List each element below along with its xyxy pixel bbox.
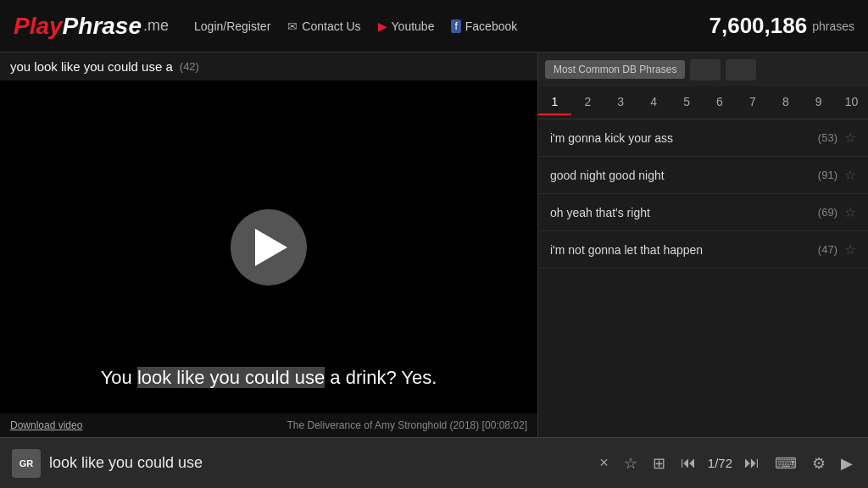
nav: Login/Register ✉ Contact Us ▶ Youtube f … — [194, 19, 709, 33]
phrase-count-badge: (47) — [818, 243, 837, 256]
nav-youtube[interactable]: ▶ Youtube — [378, 19, 435, 33]
play-button[interactable] — [231, 209, 307, 286]
phrase-number: 7,600,186 — [709, 13, 808, 39]
phrase-text: good night good night — [550, 169, 811, 182]
phrase-item[interactable]: good night good night (91) ☆ — [538, 157, 868, 194]
logo-me: .me — [143, 17, 169, 35]
nav-facebook[interactable]: f Facebook — [451, 19, 517, 33]
subtitle-text: You look like you could use a drink? Yes… — [87, 360, 451, 396]
result-counter: 1/72 — [708, 456, 732, 470]
keyboard-button[interactable]: ⌨ — [771, 451, 800, 476]
phrase-text: i'm not gonna let that happen — [550, 243, 811, 257]
phrase-list: i'm gonna kick your ass (53) ☆ good nigh… — [538, 119, 868, 437]
phrase-item[interactable]: i'm not gonna let that happen (47) ☆ — [538, 231, 868, 269]
grid-view-button[interactable]: ⊞ — [649, 451, 669, 476]
clear-search-button[interactable]: × — [596, 451, 612, 475]
logo: PlayPhrase.me — [14, 13, 169, 40]
page-2[interactable]: 2 — [571, 90, 604, 115]
sidebar-extra-button-1[interactable] — [690, 59, 721, 80]
bottom-search-bar: GR × ☆ ⊞ ⏮ 1/72 ⏭ ⌨ ⚙ ▶ — [0, 437, 868, 488]
page-9[interactable]: 9 — [802, 90, 835, 115]
phrase-count-badge: (91) — [818, 169, 837, 181]
main-content: you look like you could use a (42) You l… — [0, 53, 868, 437]
phrase-count-badge: (69) — [818, 206, 837, 219]
subtitle-part-3: a drink? Yes. — [325, 367, 437, 388]
phrase-text: i'm gonna kick your ass — [550, 131, 811, 145]
phrase-count-badge: (53) — [818, 131, 837, 144]
phrase-item[interactable]: oh yeah that's right (69) ☆ — [538, 194, 868, 231]
search-bar-top: you look like you could use a (42) — [0, 53, 537, 80]
logo-play: Play — [14, 13, 63, 40]
page-number-bar: 1 2 3 4 5 6 7 8 9 10 — [538, 86, 868, 119]
settings-button[interactable]: ⚙ — [809, 451, 829, 476]
mail-icon: ✉ — [287, 19, 298, 33]
search-query-display: you look like you could use a — [10, 59, 173, 74]
play-triangle-icon — [255, 229, 287, 266]
page-6[interactable]: 6 — [704, 90, 737, 115]
header: PlayPhrase.me Login/Register ✉ Contact U… — [0, 0, 868, 53]
nav-login[interactable]: Login/Register — [194, 19, 270, 33]
page-10[interactable]: 10 — [835, 90, 868, 115]
favorite-button[interactable]: ☆ — [620, 451, 641, 476]
page-3[interactable]: 3 — [604, 90, 637, 115]
sidebar-extra-button-2[interactable] — [726, 59, 756, 80]
phrase-label: phrases — [812, 19, 854, 33]
most-common-phrases-button[interactable]: Most Common DB Phrases — [545, 60, 685, 79]
movie-info: The Deliverance of Amy Stronghold (2018)… — [287, 419, 528, 431]
first-result-button[interactable]: ⏮ — [677, 451, 699, 475]
star-icon[interactable]: ☆ — [844, 167, 856, 183]
download-video-link[interactable]: Download video — [10, 419, 82, 431]
page-8[interactable]: 8 — [769, 90, 802, 115]
sidebar-toolbar: Most Common DB Phrases — [538, 53, 868, 86]
page-4[interactable]: 4 — [637, 90, 670, 115]
video-area: you look like you could use a (42) You l… — [0, 53, 537, 437]
next-result-button[interactable]: ⏭ — [741, 451, 763, 475]
star-icon[interactable]: ☆ — [844, 204, 856, 220]
phrase-count-display: 7,600,186 phrases — [709, 13, 854, 39]
page-1[interactable]: 1 — [538, 90, 571, 115]
sidebar: Most Common DB Phrases 1 2 3 4 5 6 7 8 9… — [537, 53, 868, 437]
search-input[interactable] — [49, 454, 587, 472]
page-5[interactable]: 5 — [670, 90, 704, 115]
facebook-icon: f — [451, 19, 460, 33]
subtitle-part-1: You — [101, 367, 137, 388]
star-icon[interactable]: ☆ — [844, 130, 856, 146]
video-footer: Download video The Deliverance of Amy St… — [0, 413, 537, 437]
phrase-text: oh yeah that's right — [550, 206, 811, 219]
play-results-button[interactable]: ▶ — [837, 451, 856, 476]
gr-badge: GR — [12, 449, 41, 478]
page-7[interactable]: 7 — [736, 90, 769, 115]
search-result-count: (42) — [180, 60, 199, 73]
subtitle-bar: You look like you could use a drink? Yes… — [0, 360, 537, 396]
star-icon[interactable]: ☆ — [844, 241, 856, 258]
youtube-icon: ▶ — [378, 19, 387, 33]
video-player[interactable]: You look like you could use a drink? Yes… — [0, 80, 537, 413]
phrase-item[interactable]: i'm gonna kick your ass (53) ☆ — [538, 119, 868, 157]
subtitle-highlight: look like you could use — [137, 367, 325, 388]
nav-contact[interactable]: ✉ Contact Us — [287, 19, 360, 33]
logo-phrase: Phrase — [63, 13, 142, 40]
